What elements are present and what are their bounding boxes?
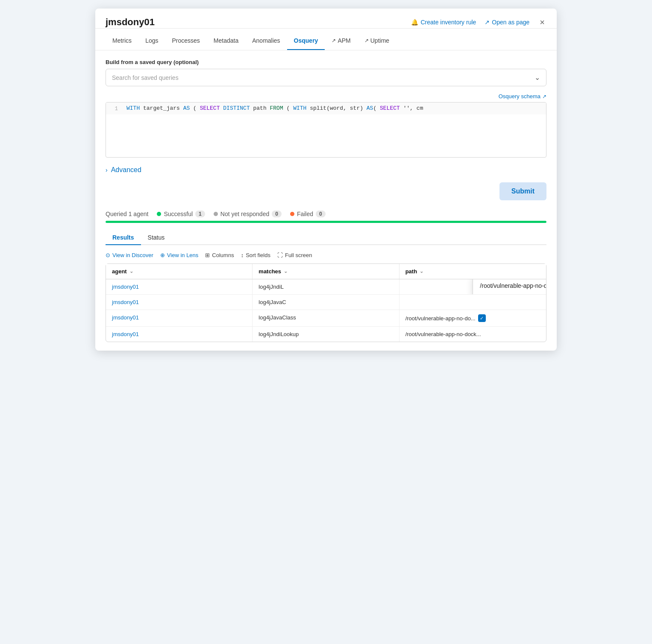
- tab-processes[interactable]: Processes: [165, 32, 206, 50]
- queried-agents-text: Queried 1 agent: [106, 211, 148, 217]
- sort-fields-action[interactable]: ↕ Sort fields: [241, 252, 270, 258]
- columns-icon: ⊞: [205, 252, 210, 258]
- chevron-down-icon: ⌄: [535, 73, 540, 82]
- main-panel: jmsdony01 🔔 Create inventory rule ↗ Open…: [95, 9, 557, 351]
- results-tabs: Results Status: [106, 231, 546, 245]
- code-content-1: WITH target_jars AS ( SELECT DISTINCT pa…: [123, 105, 546, 111]
- td-matches-2: log4jJavaC: [253, 295, 399, 310]
- td-matches-4: log4jJndiLookup: [253, 327, 399, 342]
- failed-count: 0: [316, 211, 326, 217]
- tab-osquery[interactable]: Osquery: [287, 32, 325, 50]
- td-agent-1[interactable]: jmsdony01: [106, 279, 253, 294]
- th-agent[interactable]: agent ⌄: [106, 264, 253, 279]
- full-screen-action[interactable]: ⛶ Full screen: [277, 252, 312, 258]
- chevron-right-icon: ›: [106, 167, 108, 173]
- not-responded-dot: [214, 212, 218, 216]
- code-line-1: 1 WITH target_jars AS ( SELECT DISTINCT …: [106, 102, 546, 114]
- header-actions: 🔔 Create inventory rule ↗ Open as page ×: [411, 16, 546, 28]
- panel-title: jmsdony01: [106, 17, 155, 28]
- discover-icon: ⊙: [106, 252, 110, 258]
- schema-link-row: Osquery schema ↗: [106, 93, 546, 100]
- external-icon-apm: ↗: [332, 38, 336, 44]
- lens-icon: ⊕: [160, 252, 165, 258]
- saved-query-search[interactable]: Search for saved queries ⌄: [106, 69, 546, 86]
- successful-dot: [157, 212, 161, 216]
- sort-icon: ↕: [241, 252, 244, 258]
- progress-bar: [106, 221, 546, 223]
- th-matches-chevron-icon: ⌄: [284, 269, 288, 274]
- results-table: agent ⌄ matches ⌄ path ⌄ jmsdony01 log4j…: [106, 263, 546, 342]
- table-toolbar: ⊙ View in Discover ⊕ View in Lens ⊞ Colu…: [106, 252, 546, 258]
- view-in-lens-action[interactable]: ⊕ View in Lens: [160, 252, 198, 258]
- search-placeholder: Search for saved queries: [112, 74, 179, 81]
- th-matches[interactable]: matches ⌄: [253, 264, 399, 279]
- failed-dot: [290, 212, 294, 216]
- td-path-1: /root/vulnerable-app-no-docker/spring-bo…: [399, 279, 546, 294]
- th-path[interactable]: path ⌄: [399, 264, 546, 279]
- result-tab-results[interactable]: Results: [106, 231, 141, 245]
- submit-row: Submit: [106, 182, 546, 200]
- failed-label: Failed: [297, 211, 313, 217]
- td-path-4: /root/vulnerable-app-no-dock...: [399, 327, 546, 342]
- path-tooltip: /root/vulnerable-app-no-docker/spring-bo…: [473, 279, 546, 294]
- not-responded-count: 0: [272, 211, 282, 217]
- path-with-badge: /root/vulnerable-app-no-do... ✓: [405, 314, 540, 322]
- view-in-discover-action[interactable]: ⊙ View in Discover: [106, 252, 153, 258]
- successful-label: Successful: [164, 211, 193, 217]
- result-tab-status[interactable]: Status: [141, 231, 172, 245]
- not-responded-status: Not yet responded 0: [214, 211, 282, 217]
- th-path-chevron-icon: ⌄: [420, 269, 423, 274]
- fullscreen-icon: ⛶: [277, 252, 283, 258]
- table-row: jmsdony01 log4jJavaC: [106, 295, 546, 310]
- check-badge: ✓: [478, 314, 486, 322]
- query-status: Queried 1 agent Successful 1 Not yet res…: [106, 211, 546, 217]
- panel-body: Build from a saved query (optional) Sear…: [95, 50, 557, 351]
- td-agent-2[interactable]: jmsdony01: [106, 295, 253, 310]
- columns-action[interactable]: ⊞ Columns: [205, 252, 234, 258]
- bell-icon: 🔔: [411, 19, 418, 26]
- submit-button[interactable]: Submit: [499, 182, 546, 200]
- tab-anomalies[interactable]: Anomalies: [245, 32, 287, 50]
- tab-logs[interactable]: Logs: [138, 32, 165, 50]
- create-inventory-rule-link[interactable]: 🔔 Create inventory rule: [411, 19, 476, 26]
- table-header: agent ⌄ matches ⌄ path ⌄: [106, 264, 546, 279]
- line-number-1: 1: [106, 105, 123, 112]
- progress-fill: [106, 221, 546, 223]
- table-row: jmsdony01 log4jJavaClass /root/vulnerabl…: [106, 310, 546, 327]
- osquery-schema-link[interactable]: Osquery schema ↗: [499, 93, 546, 100]
- tab-uptime[interactable]: ↗ Uptime: [358, 32, 396, 50]
- td-matches-3: log4jJavaClass: [253, 310, 399, 326]
- open-as-page-link[interactable]: ↗ Open as page: [485, 19, 529, 26]
- tab-apm[interactable]: ↗ APM: [325, 32, 357, 50]
- panel-header: jmsdony01 🔔 Create inventory rule ↗ Open…: [95, 9, 557, 29]
- saved-query-label: Build from a saved query (optional): [106, 59, 546, 65]
- external-link-icon: ↗: [485, 19, 490, 26]
- successful-status: Successful 1: [157, 211, 205, 217]
- th-agent-chevron-icon: ⌄: [129, 269, 133, 274]
- table-row: jmsdony01 log4jJndiLookup /root/vulnerab…: [106, 327, 546, 342]
- td-agent-3[interactable]: jmsdony01: [106, 310, 253, 326]
- td-path-3: /root/vulnerable-app-no-do... ✓: [399, 310, 546, 326]
- advanced-toggle[interactable]: › Advanced: [106, 166, 546, 174]
- table-row: jmsdony01 log4jJndiL /root/vulnerable-ap…: [106, 279, 546, 295]
- tab-metadata[interactable]: Metadata: [207, 32, 245, 50]
- code-editor[interactable]: 1 WITH target_jars AS ( SELECT DISTINCT …: [106, 102, 546, 158]
- tab-bar: Metrics Logs Processes Metadata Anomalie…: [95, 32, 557, 50]
- close-button[interactable]: ×: [538, 16, 546, 28]
- tab-metrics[interactable]: Metrics: [106, 32, 138, 50]
- external-icon-uptime: ↗: [364, 38, 369, 44]
- external-link-schema-icon: ↗: [542, 94, 546, 100]
- not-responded-label: Not yet responded: [220, 211, 269, 217]
- td-path-2: [399, 295, 546, 310]
- failed-status: Failed 0: [290, 211, 326, 217]
- td-agent-4[interactable]: jmsdony01: [106, 327, 253, 342]
- td-matches-1: log4jJndiL: [253, 279, 399, 294]
- successful-count: 1: [195, 211, 205, 217]
